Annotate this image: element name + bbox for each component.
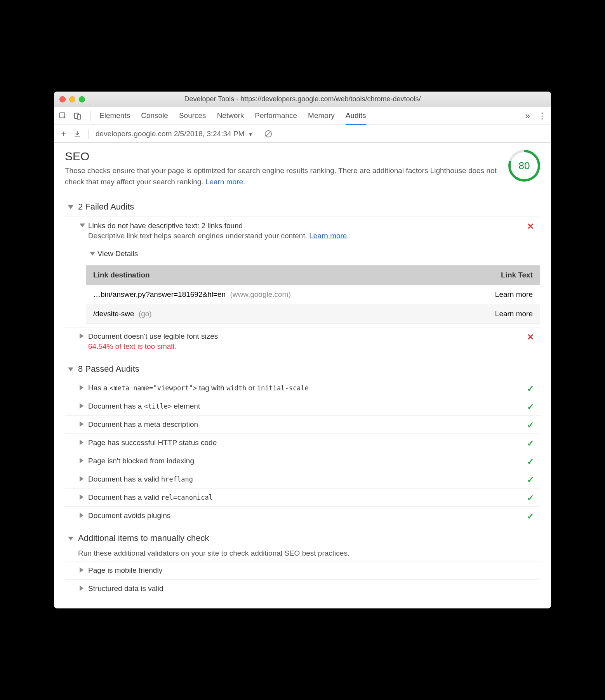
audit-title-element[interactable]: Document has a <title> element ✓	[65, 397, 540, 415]
view-details-toggle[interactable]: View Details	[65, 245, 540, 262]
svg-rect-2	[77, 114, 80, 119]
audit-plugins[interactable]: Document avoids plugins ✓	[65, 506, 540, 525]
chevron-right-icon	[80, 440, 83, 445]
pass-icon: ✓	[527, 384, 534, 394]
audit-indexing[interactable]: Page isn't blocked from indexing ✓	[65, 452, 540, 470]
fail-icon: ✕	[527, 332, 534, 342]
pass-icon: ✓	[527, 402, 534, 412]
window-controls	[59, 96, 85, 102]
tab-performance[interactable]: Performance	[255, 107, 297, 125]
audit-learn-more-link[interactable]: Learn more	[309, 232, 347, 240]
chevron-down-icon	[80, 224, 85, 227]
seo-learn-more-link[interactable]: Learn more	[205, 178, 243, 186]
tab-network[interactable]: Network	[217, 107, 244, 125]
tab-sources[interactable]: Sources	[179, 107, 206, 125]
chevron-right-icon	[80, 458, 83, 463]
failed-audits-toggle[interactable]: 2 Failed Audits	[65, 193, 540, 217]
link-details-table: Link destination Link Text …bin/answer.p…	[86, 265, 540, 324]
manual-checks-toggle[interactable]: Additional items to manually check	[65, 525, 540, 548]
svg-line-4	[266, 132, 270, 136]
seo-description: These checks ensure that your page is op…	[65, 165, 499, 187]
separator	[90, 111, 91, 121]
device-toggle-icon[interactable]	[73, 112, 82, 120]
chevron-down-icon	[68, 367, 73, 371]
tab-elements[interactable]: Elements	[99, 107, 130, 125]
pass-icon: ✓	[527, 493, 534, 503]
pass-icon: ✓	[527, 420, 534, 430]
window-title: Developer Tools - https://developers.goo…	[59, 95, 546, 103]
table-row: /devsite-swe (go) Learn more	[86, 304, 540, 324]
seo-score-gauge: 80	[508, 150, 540, 182]
more-tabs-icon[interactable]: »	[525, 111, 530, 121]
table-row: …bin/answer.py?answer=181692&hl=en (www.…	[86, 285, 540, 304]
audit-structured-data[interactable]: Structured data is valid	[65, 579, 540, 598]
chevron-down-icon	[90, 252, 95, 256]
passed-audits-toggle[interactable]: 8 Passed Audits	[65, 355, 540, 379]
minimize-icon[interactable]	[69, 96, 75, 102]
audit-hreflang[interactable]: Document has a valid hreflang ✓	[65, 470, 540, 488]
devtools-window: Developer Tools - https://developers.goo…	[54, 92, 551, 608]
kebab-menu-icon[interactable]: ⋮	[538, 111, 546, 121]
audits-toolbar: + developers.google.com 2/5/2018, 3:24:3…	[54, 125, 551, 143]
pass-icon: ✓	[527, 511, 534, 522]
close-icon[interactable]	[59, 96, 66, 102]
chevron-right-icon	[80, 494, 83, 500]
chevron-right-icon	[80, 333, 83, 339]
seo-score-value: 80	[519, 160, 530, 172]
audit-content: SEO These checks ensure that your page i…	[54, 143, 551, 608]
tab-memory[interactable]: Memory	[308, 107, 335, 125]
tab-console[interactable]: Console	[141, 107, 168, 125]
download-icon[interactable]	[73, 130, 81, 138]
table-header: Link destination Link Text	[86, 265, 540, 285]
clear-icon[interactable]	[264, 130, 273, 138]
titlebar: Developer Tools - https://developers.goo…	[54, 92, 551, 107]
audit-descriptive-links[interactable]: Links do not have descriptive text: 2 li…	[65, 217, 540, 245]
audit-viewport[interactable]: Has a <meta name="viewport"> tag with wi…	[65, 379, 540, 397]
pass-icon: ✓	[527, 438, 534, 449]
audit-http-status[interactable]: Page has successful HTTP status code ✓	[65, 433, 540, 452]
chevron-right-icon	[80, 403, 83, 409]
chevron-right-icon	[80, 567, 83, 573]
separator	[88, 129, 89, 139]
chevron-down-icon	[68, 205, 73, 209]
manual-checks-description: Run these additional validators on your …	[65, 548, 540, 561]
chevron-right-icon	[80, 385, 83, 390]
seo-section-header: SEO These checks ensure that your page i…	[65, 150, 540, 193]
zoom-icon[interactable]	[79, 96, 85, 102]
pass-icon: ✓	[527, 457, 534, 467]
audit-canonical[interactable]: Document has a valid rel=canonical ✓	[65, 488, 540, 506]
audit-mobile-friendly[interactable]: Page is mobile friendly	[65, 561, 540, 579]
panel-tabs: Elements Console Sources Network Perform…	[99, 107, 366, 125]
report-selector[interactable]: developers.google.com 2/5/2018, 3:24:34 …	[96, 130, 253, 138]
chevron-right-icon	[80, 586, 83, 591]
pass-icon: ✓	[527, 475, 534, 485]
audit-font-sizes[interactable]: Document doesn't use legible font sizes …	[65, 327, 540, 355]
chevron-right-icon	[80, 476, 83, 482]
audit-meta-description[interactable]: Document has a meta description ✓	[65, 415, 540, 433]
chevron-right-icon	[80, 421, 83, 427]
chevron-right-icon	[80, 513, 83, 518]
tab-audits[interactable]: Audits	[346, 107, 366, 125]
chevron-down-icon: ▼	[248, 132, 253, 137]
fail-icon: ✕	[527, 222, 534, 232]
tab-bar: Elements Console Sources Network Perform…	[54, 107, 551, 125]
new-audit-icon[interactable]: +	[61, 128, 66, 139]
seo-heading: SEO	[65, 150, 499, 163]
chevron-down-icon	[68, 537, 73, 541]
inspect-icon[interactable]	[59, 112, 67, 120]
